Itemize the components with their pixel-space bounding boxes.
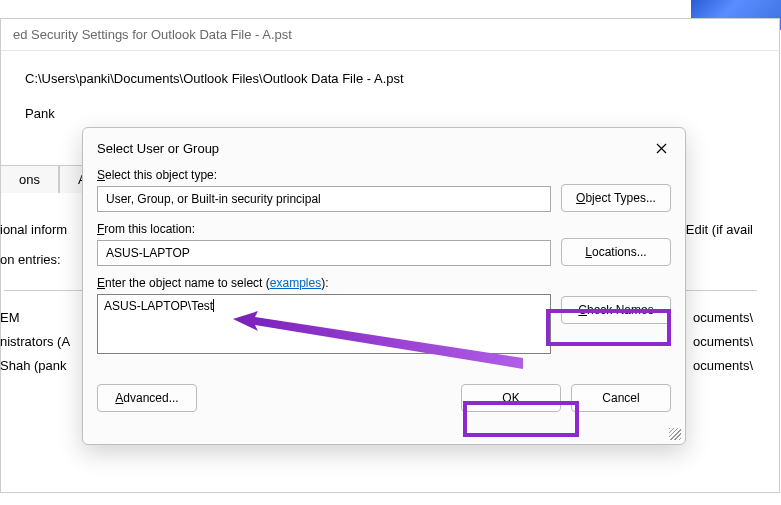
parent-window-title: ed Security Settings for Outlook Data Fi… bbox=[1, 19, 779, 51]
object-name-input[interactable]: ASUS-LAPTOP\Test bbox=[97, 294, 551, 354]
list-item-1[interactable]: EM bbox=[0, 310, 20, 325]
info-partial: ional inform bbox=[0, 222, 67, 237]
path-partial-3: ocuments\ bbox=[693, 358, 753, 373]
close-icon bbox=[656, 143, 667, 154]
entries-label-partial: on entries: bbox=[0, 252, 61, 267]
cancel-button[interactable]: Cancel bbox=[571, 384, 671, 412]
advanced-button[interactable]: Advanced... bbox=[97, 384, 197, 412]
resize-grip[interactable] bbox=[669, 428, 681, 440]
owner-partial: Pank bbox=[25, 106, 755, 121]
locations-button[interactable]: Locations... bbox=[561, 238, 671, 266]
list-item-3[interactable]: Shah (pank bbox=[0, 358, 67, 373]
ok-button[interactable]: OK bbox=[461, 384, 561, 412]
dialog-title: Select User or Group bbox=[97, 141, 219, 156]
object-type-field: User, Group, or Built-in security princi… bbox=[97, 186, 551, 212]
check-names-button[interactable]: Check Names bbox=[561, 296, 671, 324]
object-type-label: Select this object type: bbox=[97, 168, 551, 182]
location-label: From this location: bbox=[97, 222, 551, 236]
object-name-label: Enter the object name to select (example… bbox=[97, 276, 551, 290]
path-partial-2: ocuments\ bbox=[693, 334, 753, 349]
path-partial-1: ocuments\ bbox=[693, 310, 753, 325]
file-path: C:\Users\panki\Documents\Outlook Files\O… bbox=[25, 71, 755, 86]
list-item-2[interactable]: nistrators (A bbox=[0, 334, 70, 349]
examples-link[interactable]: examples bbox=[270, 276, 321, 290]
select-user-dialog: Select User or Group Select this object … bbox=[82, 127, 686, 445]
location-field: ASUS-LAPTOP bbox=[97, 240, 551, 266]
close-button[interactable] bbox=[651, 138, 671, 158]
object-types-button[interactable]: Object Types... bbox=[561, 184, 671, 212]
tab-permissions-partial[interactable]: ons bbox=[0, 165, 59, 193]
